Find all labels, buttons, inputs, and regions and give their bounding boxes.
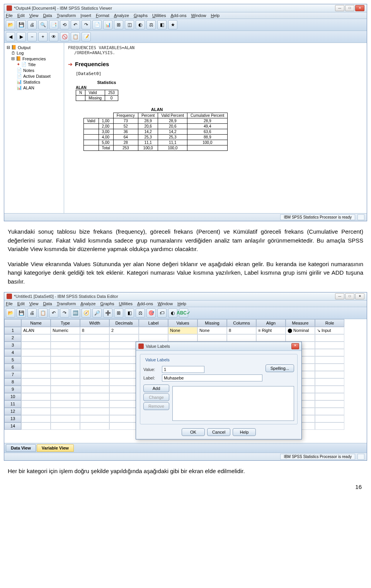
column-header[interactable]: Decimals — [109, 319, 139, 327]
value-labels-icon[interactable]: 🏷 — [157, 308, 167, 318]
grid-cell[interactable] — [139, 334, 168, 342]
menu-format[interactable]: Format — [96, 13, 109, 18]
grid-cell[interactable] — [315, 356, 344, 364]
row-number[interactable]: 14 — [4, 422, 21, 430]
find-icon[interactable]: 🔎 — [92, 308, 102, 318]
value-input[interactable] — [162, 366, 204, 373]
grid-cell[interactable] — [80, 408, 109, 415]
cancel-button[interactable]: Cancel — [207, 428, 230, 436]
tree-title[interactable]: ✦📄Title — [6, 62, 62, 67]
grid-cell[interactable]: 2 — [109, 327, 139, 334]
open-icon[interactable]: 📂 — [6, 308, 15, 318]
use-sets-icon[interactable]: ◐ — [168, 308, 177, 318]
grid-cell[interactable] — [51, 408, 80, 415]
help-button[interactable]: Help — [233, 428, 256, 436]
menu-view[interactable]: View — [29, 13, 39, 18]
grid-cell[interactable] — [51, 364, 80, 371]
grid-cell[interactable] — [109, 422, 139, 430]
split-icon[interactable]: ◧ — [125, 308, 134, 318]
goto-icon[interactable]: 🔤 — [71, 308, 80, 318]
menu-analyze[interactable]: Analyze — [80, 301, 95, 306]
export-icon[interactable]: 📑 — [49, 20, 58, 29]
menu-graphs[interactable]: Graphs — [134, 13, 148, 18]
tab-variable-view[interactable]: Variable View — [37, 444, 74, 452]
grid-cell[interactable] — [51, 356, 80, 364]
insert-head-icon[interactable]: 📋 — [71, 32, 80, 41]
close-button[interactable]: ✕ — [355, 293, 364, 299]
grid-cell[interactable] — [109, 349, 139, 356]
menu-window[interactable]: Window — [191, 13, 206, 18]
grid-cell[interactable] — [168, 334, 197, 342]
grid-cell[interactable] — [51, 378, 80, 386]
remove-button[interactable]: Remove — [143, 402, 169, 410]
column-header[interactable]: Align — [256, 319, 286, 327]
select-icon[interactable]: ◫ — [125, 20, 134, 29]
grid-cell[interactable] — [227, 334, 256, 342]
column-header[interactable]: Values — [168, 319, 197, 327]
menu-addons[interactable]: Add-ons — [170, 13, 186, 18]
grid-cell[interactable]: 8 — [80, 327, 109, 334]
close-button[interactable]: ✕ — [355, 5, 364, 11]
grid-cell[interactable] — [109, 356, 139, 364]
undo-icon[interactable]: ↶ — [71, 20, 80, 29]
redo-icon[interactable]: ↷ — [60, 308, 69, 318]
add-button[interactable]: Add — [143, 385, 169, 392]
grid-cell[interactable] — [80, 378, 109, 386]
menu-edit[interactable]: Edit — [17, 13, 25, 18]
row-number[interactable]: 13 — [4, 415, 21, 422]
expand-icon[interactable]: + — [38, 32, 48, 41]
grid-cell[interactable] — [80, 371, 109, 378]
grid-cell[interactable]: ↘ Input — [315, 327, 344, 334]
grid-cell[interactable]: 8 — [227, 327, 256, 334]
grid-cell[interactable] — [80, 422, 109, 430]
labels-listbox[interactable] — [172, 386, 294, 421]
grid-cell[interactable] — [80, 349, 109, 356]
spelling-button[interactable]: Spelling... — [265, 364, 294, 372]
grid-cell[interactable] — [51, 400, 80, 408]
menu-insert[interactable]: Insert — [80, 13, 91, 18]
show-icon[interactable]: 👁 — [49, 32, 58, 41]
variables-icon[interactable]: ⊞ — [114, 20, 123, 29]
row-number[interactable]: 8 — [4, 378, 21, 386]
grid-cell[interactable] — [80, 386, 109, 393]
save-icon[interactable]: 💾 — [17, 20, 26, 29]
collapse-icon[interactable]: − — [27, 32, 37, 41]
grid-cell[interactable] — [21, 371, 51, 378]
preview-icon[interactable]: 🔍 — [38, 20, 48, 29]
goto-var-icon[interactable]: 🧭 — [82, 308, 91, 318]
grid-cell[interactable] — [80, 393, 109, 400]
grid-cell[interactable] — [21, 393, 51, 400]
grid-cell[interactable] — [51, 422, 80, 430]
grid-cell[interactable] — [315, 408, 344, 415]
grid-cell[interactable] — [109, 386, 139, 393]
maximize-button[interactable]: □ — [345, 293, 354, 299]
open-icon[interactable]: 📂 — [6, 20, 15, 29]
grid-cell[interactable] — [80, 334, 109, 342]
grid-cell[interactable]: ⬤ Nominal — [286, 327, 315, 334]
tree-statistics[interactable]: 📊Statistics — [6, 79, 62, 85]
column-header[interactable]: Measure — [286, 319, 315, 327]
grid-cell[interactable] — [21, 342, 51, 349]
grid-cell[interactable] — [197, 334, 227, 342]
label-input[interactable] — [162, 374, 262, 381]
grid-cell[interactable]: Numeric — [51, 327, 80, 334]
grid-cell[interactable] — [109, 408, 139, 415]
grid-cell[interactable] — [139, 327, 168, 334]
grid-cell[interactable]: None — [197, 327, 227, 334]
row-number[interactable]: 11 — [4, 400, 21, 408]
grid-cell[interactable] — [80, 364, 109, 371]
menu-analyze[interactable]: Analyze — [114, 13, 129, 18]
row-number[interactable]: 5 — [4, 356, 21, 364]
column-header[interactable]: Missing — [197, 319, 227, 327]
grid-cell[interactable] — [315, 386, 344, 393]
save-icon[interactable]: 💾 — [17, 308, 26, 318]
undo-icon[interactable]: ↶ — [49, 308, 58, 318]
grid-cell[interactable] — [315, 342, 344, 349]
grid-cell[interactable] — [109, 371, 139, 378]
row-number[interactable]: 12 — [4, 408, 21, 415]
tree-log[interactable]: 🗒Log — [6, 50, 62, 56]
grid-cell[interactable] — [80, 400, 109, 408]
weight-icon[interactable]: ⚖ — [146, 20, 156, 29]
grid-cell[interactable] — [315, 349, 344, 356]
grid-cell[interactable]: ≡ Right — [256, 327, 286, 334]
